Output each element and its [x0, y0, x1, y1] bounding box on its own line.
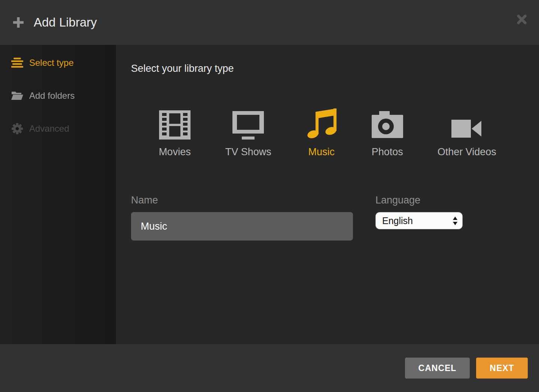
library-type-label: Movies	[159, 146, 191, 158]
main-panel: Select your library type Movies TV Shows…	[116, 45, 539, 344]
gear-icon	[11, 123, 23, 134]
library-name-input[interactable]	[131, 212, 353, 241]
library-type-options: Movies TV Shows Music Photos Other Video	[116, 107, 539, 158]
folder-icon	[11, 91, 23, 101]
library-type-tv-shows[interactable]: TV Shows	[225, 107, 271, 158]
library-type-other-videos[interactable]: Other Videos	[438, 107, 496, 158]
plus-icon	[13, 17, 24, 28]
list-icon	[11, 58, 23, 68]
select-spinner-icon	[453, 217, 458, 225]
dialog-header: Add Library	[0, 0, 539, 45]
language-label: Language	[375, 195, 463, 206]
library-type-label: Other Videos	[438, 146, 496, 158]
library-type-movies[interactable]: Movies	[159, 107, 191, 158]
close-icon[interactable]	[517, 14, 527, 25]
next-button[interactable]: NEXT	[476, 358, 528, 379]
library-type-heading: Select your library type	[131, 63, 539, 74]
sidebar-item-select-type[interactable]: Select type	[0, 55, 116, 70]
dialog-title: Add Library	[34, 15, 97, 30]
cancel-button[interactable]: CANCEL	[405, 358, 470, 379]
sidebar-item-add-folders[interactable]: Add folders	[0, 88, 116, 103]
library-type-label: Music	[308, 146, 335, 158]
language-selected-value: English	[382, 215, 413, 226]
sidebar-item-label: Select type	[29, 58, 74, 68]
tv-icon	[232, 107, 264, 140]
library-type-photos[interactable]: Photos	[372, 107, 403, 158]
sidebar-item-label: Advanced	[29, 123, 69, 134]
library-details-fields: Name Language English	[131, 195, 539, 241]
dialog-footer: CANCEL NEXT	[0, 344, 539, 392]
sidebar-item-advanced: Advanced	[0, 121, 116, 136]
wizard-steps-sidebar: Select type Add folders Advanced	[0, 45, 116, 344]
library-type-music[interactable]: Music	[306, 107, 337, 158]
library-type-label: TV Shows	[225, 146, 271, 158]
music-note-icon	[306, 107, 337, 140]
camera-icon	[372, 107, 403, 140]
library-type-label: Photos	[372, 146, 403, 158]
sidebar-item-label: Add folders	[29, 91, 74, 101]
name-label: Name	[131, 195, 353, 206]
language-select[interactable]: English	[375, 212, 463, 229]
video-camera-icon	[451, 107, 482, 140]
film-strip-icon	[159, 107, 191, 140]
